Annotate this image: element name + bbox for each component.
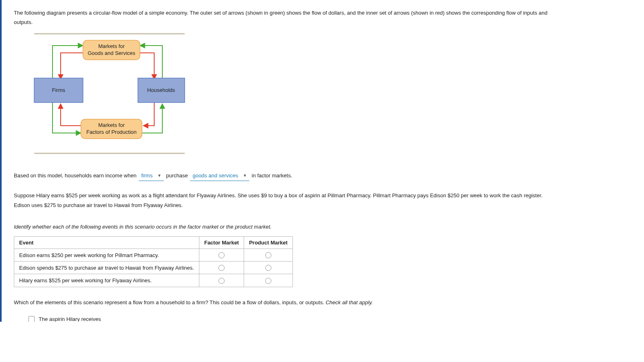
table-row: Edison earns $250 per week working for P… (14, 249, 293, 262)
diagram-bottom-line2: Factors of Production (86, 129, 137, 135)
dropdown-who-value: firms (141, 172, 153, 179)
fill-in-prefix: Based on this model, households earn inc… (14, 172, 136, 179)
check-all-list: The aspirin Hilary receives (14, 316, 559, 322)
scenario-paragraph: Suppose Hilary earns $525 per week worki… (14, 191, 559, 210)
chevron-down-icon: ▼ (157, 172, 162, 179)
event-cell: Hilary earns $525 per week working for F… (14, 274, 199, 287)
dropdown-what-value: goods and services (192, 172, 238, 179)
fill-in-suffix: in factor markets. (252, 172, 293, 179)
events-table: Event Factor Market Product Market Ediso… (14, 236, 293, 287)
table-row: Hilary earns $525 per week working for F… (14, 274, 293, 287)
page-content: The following diagram presents a circula… (0, 0, 571, 322)
diagram-households-label: Households (147, 87, 175, 93)
radio-product[interactable] (265, 252, 271, 258)
col-product: Product Market (244, 237, 293, 249)
table-instruction: Identify whether each of the following e… (14, 222, 559, 231)
dropdown-what[interactable]: goods and services ▼ (190, 171, 249, 181)
flow-question-text: Which of the elements of this scenario r… (14, 299, 325, 305)
event-cell: Edison spends $275 to purchase air trave… (14, 262, 199, 274)
radio-product[interactable] (265, 278, 271, 284)
diagram-firms-label: Firms (52, 87, 65, 93)
circular-flow-diagram: Markets for Goods and Services Firms Hou… (24, 31, 559, 159)
chevron-down-icon: ▼ (243, 172, 247, 179)
flow-question: Which of the elements of this scenario r… (14, 298, 559, 307)
col-factor: Factor Market (199, 237, 244, 249)
diagram-top-line1: Markets for (98, 43, 125, 49)
diagram-bottom-line1: Markets for (98, 122, 125, 128)
flow-question-tail: Check all that apply. (325, 299, 373, 305)
fill-in-mid: purchase (166, 172, 188, 179)
radio-factor[interactable] (218, 278, 225, 284)
table-row: Edison spends $275 to purchase air trave… (14, 262, 293, 274)
radio-factor[interactable] (218, 252, 225, 258)
dropdown-who[interactable]: firms ▼ (139, 171, 164, 181)
event-cell: Edison earns $250 per week working for P… (14, 249, 199, 262)
check-row: The aspirin Hilary receives (28, 316, 559, 322)
checkbox[interactable] (28, 316, 35, 322)
radio-factor[interactable] (218, 265, 225, 271)
diagram-top-line2: Goods and Services (87, 50, 135, 56)
fill-in-sentence: Based on this model, households earn inc… (14, 171, 559, 181)
intro-paragraph: The following diagram presents a circula… (14, 8, 559, 27)
col-event: Event (14, 237, 199, 249)
check-label: The aspirin Hilary receives (39, 316, 101, 322)
radio-product[interactable] (265, 265, 271, 271)
table-header-row: Event Factor Market Product Market (14, 237, 293, 249)
